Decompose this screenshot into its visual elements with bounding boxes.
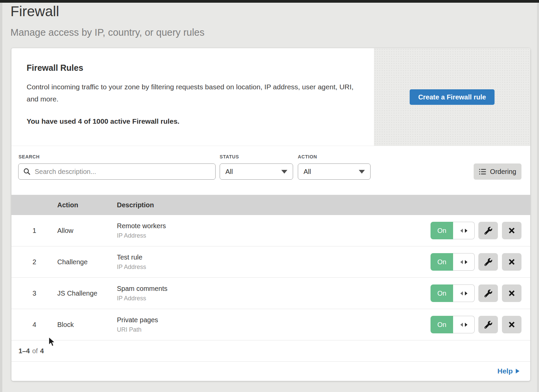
- card-description: Control incoming traffic to your zone by…: [27, 81, 357, 105]
- delete-rule-button[interactable]: [502, 253, 521, 271]
- action-label: ACTION: [298, 154, 317, 159]
- action-dropdown[interactable]: All: [298, 163, 371, 180]
- rule-action: Challenge: [57, 258, 117, 266]
- intro-section: Firewall Rules Control incoming traffic …: [11, 48, 530, 146]
- create-rule-panel: Create a Firewall rule: [374, 48, 530, 146]
- help-link-label: Help: [497, 367, 513, 375]
- pagination: 1–4 of 4: [11, 340, 530, 362]
- rule-enabled-toggle[interactable]: On: [431, 284, 475, 302]
- table-header: Action Description: [11, 195, 530, 215]
- caret-right-icon: [516, 369, 519, 373]
- rule-action: JS Challenge: [57, 290, 117, 297]
- intro-text-block: Firewall Rules Control incoming traffic …: [27, 63, 357, 125]
- rule-enabled-toggle[interactable]: On: [431, 253, 475, 271]
- rules-table-body: 1 Allow Remote workers IP Address On: [11, 215, 530, 340]
- table-row: 3 JS Challenge Spam comments IP Address …: [11, 278, 530, 309]
- window-top-edge: [0, 0, 539, 3]
- window-left-edge: [0, 3, 2, 392]
- chevron-down-icon: [359, 170, 365, 174]
- window-right-edge: [537, 3, 539, 392]
- wrench-icon: [484, 321, 492, 329]
- rule-controls: On: [431, 316, 521, 333]
- rule-priority: 2: [11, 258, 57, 266]
- close-icon: [508, 258, 515, 266]
- help-link[interactable]: Help: [497, 367, 519, 375]
- table-row: 1 Allow Remote workers IP Address On: [11, 215, 530, 246]
- rule-controls: On: [431, 222, 521, 239]
- toggle-arrows-icon: [453, 253, 475, 271]
- rule-enabled-toggle[interactable]: On: [431, 222, 475, 239]
- close-icon: [508, 321, 515, 328]
- close-icon: [508, 290, 515, 297]
- wrench-icon: [484, 290, 492, 297]
- pagination-of-label: of: [32, 347, 38, 355]
- toggle-on-label: On: [431, 253, 453, 271]
- rule-enabled-toggle[interactable]: On: [431, 316, 475, 333]
- search-input[interactable]: [34, 168, 211, 176]
- table-row: 4 Block Private pages URI Path On: [11, 309, 530, 340]
- description-column-header: Description: [117, 201, 530, 209]
- create-firewall-rule-button[interactable]: Create a Firewall rule: [410, 89, 495, 105]
- list-icon: [479, 168, 486, 175]
- rule-controls: On: [431, 253, 521, 271]
- wrench-icon: [484, 227, 492, 235]
- ordering-button[interactable]: Ordering: [474, 163, 521, 180]
- edit-rule-button[interactable]: [478, 253, 498, 271]
- toggle-on-label: On: [431, 316, 453, 333]
- search-box[interactable]: [18, 163, 216, 180]
- status-dropdown-value: All: [225, 168, 233, 176]
- toggle-arrows-icon: [453, 222, 475, 239]
- rule-priority: 1: [11, 227, 57, 235]
- edit-rule-button[interactable]: [478, 284, 498, 302]
- status-dropdown[interactable]: All: [220, 163, 293, 180]
- rule-controls: On: [431, 284, 521, 302]
- search-icon: [23, 168, 31, 175]
- delete-rule-button[interactable]: [502, 222, 521, 239]
- ordering-button-label: Ordering: [490, 168, 516, 176]
- page-title: Firewall: [10, 3, 59, 20]
- wrench-icon: [484, 258, 492, 266]
- search-label: SEARCH: [19, 154, 40, 159]
- edit-rule-button[interactable]: [478, 316, 498, 333]
- toggle-on-label: On: [431, 222, 453, 239]
- chevron-down-icon: [281, 170, 287, 174]
- rule-priority: 4: [11, 321, 57, 329]
- rule-action: Block: [57, 321, 117, 329]
- filter-bar: SEARCH STATUS All ACTION All: [11, 146, 530, 195]
- usage-note: You have used 4 of 1000 active Firewall …: [27, 117, 357, 125]
- rule-action: Allow: [57, 227, 117, 235]
- rule-priority: 3: [11, 290, 57, 297]
- table-row: 2 Challenge Test rule IP Address On: [11, 246, 530, 278]
- close-icon: [508, 227, 515, 234]
- card-heading: Firewall Rules: [27, 63, 357, 73]
- edit-rule-button[interactable]: [478, 222, 498, 239]
- toggle-on-label: On: [431, 284, 453, 302]
- firewall-card: Firewall Rules Control incoming traffic …: [11, 48, 530, 381]
- delete-rule-button[interactable]: [502, 316, 521, 333]
- page-subtitle: Manage access by IP, country, or query r…: [10, 27, 204, 38]
- toggle-arrows-icon: [453, 284, 475, 302]
- pagination-total: 4: [40, 347, 44, 355]
- pagination-range: 1–4: [19, 347, 30, 355]
- action-dropdown-value: All: [304, 168, 311, 176]
- action-column-header: Action: [57, 201, 117, 209]
- toggle-arrows-icon: [453, 316, 475, 333]
- status-label: STATUS: [220, 154, 239, 159]
- card-footer: Help: [11, 362, 530, 381]
- delete-rule-button[interactable]: [502, 284, 521, 302]
